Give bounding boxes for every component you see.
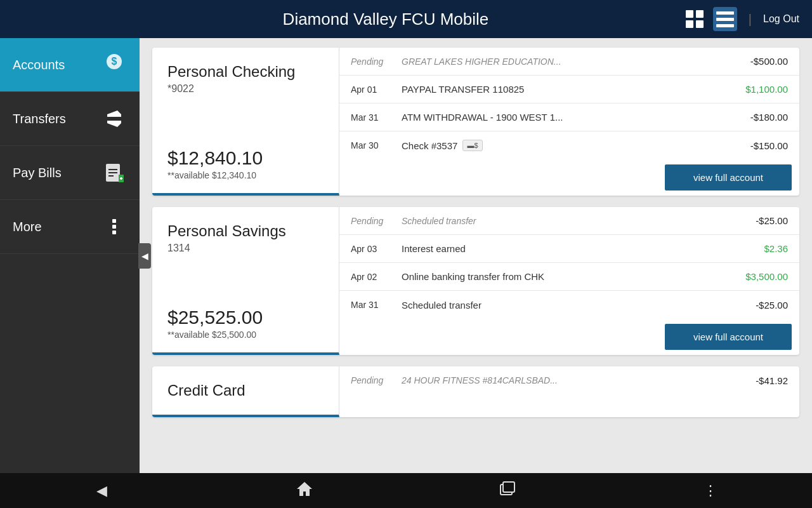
recent-apps-button[interactable] [492,480,523,502]
tx-amount: -$25.00 [731,300,788,311]
svg-rect-5 [716,18,734,21]
svg-rect-12 [107,121,121,123]
table-row: Pending GREAT LAKES HIGHER EDUCATION... … [339,48,799,76]
account-name-savings: Personal Savings [167,222,324,240]
check-image-icon: ▬$ [462,140,482,151]
options-menu-button[interactable]: ⋮ [695,483,726,499]
home-button[interactable] [289,480,320,502]
sidebar-item-pay-bills[interactable]: Pay Bills [0,146,140,200]
tx-date: Apr 03 [351,244,402,254]
svg-rect-2 [686,20,693,28]
tx-date: Pending [351,57,402,67]
sidebar-label-transfers: Transfers [13,112,66,126]
svg-rect-25 [503,482,514,492]
sidebar-item-transfers[interactable]: Transfers [0,92,140,146]
accounts-icon: $ [102,52,127,77]
tx-amount: -$41.92 [731,375,788,386]
tx-desc: 24 HOUR FITNESS #814CARLSBAD... [402,375,731,385]
tx-desc: Scheduled transfer [402,216,731,226]
transactions-credit: Pending 24 HOUR FITNESS #814CARLSBAD... … [339,366,799,417]
main-layout: Accounts $ Transfers Pay Bill [0,38,812,473]
account-name-credit: Credit Card [167,382,324,399]
account-card-checking: Personal Checking *9022 $12,840.10 **ava… [152,48,799,196]
sidebar-item-more[interactable]: More [0,200,140,254]
tx-date: Apr 01 [351,84,402,95]
svg-rect-22 [112,231,116,234]
table-row: Mar 31 ATM WITHDRAWAL - 1900 WEST 1... -… [339,104,799,131]
table-row: Apr 03 Interest earned $2.36 [339,235,799,263]
bottom-nav: ◀ ⋮ [0,473,812,508]
account-balance-savings: $25,525.00 [167,294,324,328]
svg-rect-0 [686,10,693,18]
app-title: Diamond Valley FCU Mobile [89,10,683,29]
svg-rect-10 [107,114,121,117]
tx-amount: -$500.00 [731,56,788,67]
transactions-checking: Pending GREAT LAKES HIGHER EDUCATION... … [339,48,799,196]
account-balance-checking: $12,840.10 [167,135,324,169]
logout-button[interactable]: Log Out [763,13,799,25]
svg-rect-6 [716,24,734,27]
view-full-account-checking[interactable]: view full account [665,164,792,190]
tx-desc: GREAT LAKES HIGHER EDUCATION... [402,57,731,67]
table-row: Apr 01 PAYPAL TRANSFER 110825 $1,100.00 [339,76,799,104]
svg-rect-4 [716,11,734,15]
table-row: Pending Scheduled transfer -$25.00 [339,207,799,235]
tx-date: Pending [351,216,402,226]
pay-bills-icon [102,160,127,185]
tx-date: Mar 30 [351,140,402,150]
account-summary-savings: Personal Savings 1314 $25,525.00 **avail… [152,207,339,355]
divider: | [749,12,752,27]
tx-desc: Check #3537 ▬$ [402,140,731,151]
tx-desc: Interest earned [402,243,731,254]
svg-rect-1 [696,10,704,18]
sidebar-label-accounts: Accounts [13,58,65,72]
view-full-account-savings[interactable]: view full account [665,324,792,350]
tx-date: Pending [351,375,402,385]
tx-amount: -$150.00 [731,140,788,151]
tx-date: Apr 02 [351,272,402,282]
grid-view-icon[interactable] [683,7,707,31]
svg-rect-20 [112,219,116,223]
table-row: Pending 24 HOUR FITNESS #814CARLSBAD... … [339,366,799,394]
tx-date: Mar 31 [351,300,402,310]
tx-amount: -$25.00 [731,215,788,226]
account-summary-checking: Personal Checking *9022 $12,840.10 **ava… [152,48,339,196]
tx-date: Mar 31 [351,112,402,123]
sidebar-item-accounts[interactable]: Accounts $ [0,38,140,92]
table-row: Apr 02 Online banking transfer from CHK … [339,263,799,291]
top-bar: Diamond Valley FCU Mobile | Log Out [0,0,812,38]
svg-rect-3 [696,20,704,28]
tx-desc: Scheduled transfer [402,300,731,311]
tx-desc: Online banking transfer from CHK [402,271,731,282]
transfers-icon [102,106,127,131]
transactions-savings: Pending Scheduled transfer -$25.00 Apr 0… [339,207,799,355]
table-row: Mar 30 Check #3537 ▬$ -$150.00 [339,131,799,159]
sidebar-label-pay-bills: Pay Bills [13,166,62,180]
sidebar: Accounts $ Transfers Pay Bill [0,38,140,473]
sidebar-label-more: More [13,220,42,234]
account-available-savings: **available $25,500.00 [167,330,324,340]
back-button[interactable]: ◀ [86,483,117,499]
account-number-checking: *9022 [167,83,324,95]
list-view-icon[interactable] [713,7,737,31]
content-area: Personal Checking *9022 $12,840.10 **ava… [140,38,812,473]
tx-amount: $2.36 [731,243,788,254]
tx-desc: PAYPAL TRANSFER 110825 [402,84,731,95]
account-card-credit: Credit Card Pending 24 HOUR FITNESS #814… [152,366,799,417]
account-number-savings: 1314 [167,243,324,254]
svg-text:$: $ [112,56,117,67]
sidebar-collapse-button[interactable]: ◀ [138,243,151,269]
more-icon [102,214,127,239]
tx-amount: $3,500.00 [731,271,788,282]
svg-marker-9 [107,110,121,114]
svg-marker-23 [297,482,312,496]
tx-amount: -$180.00 [731,112,788,123]
account-card-savings: Personal Savings 1314 $25,525.00 **avail… [152,207,799,355]
tx-amount: $1,100.00 [731,84,788,95]
tx-desc: ATM WITHDRAWAL - 1900 WEST 1... [402,112,731,123]
top-bar-right: | Log Out [683,7,799,31]
account-summary-credit: Credit Card [152,366,339,417]
account-available-checking: **available $12,340.10 [167,170,324,180]
table-row: Mar 31 Scheduled transfer -$25.00 [339,291,799,319]
account-name-checking: Personal Checking [167,63,324,81]
